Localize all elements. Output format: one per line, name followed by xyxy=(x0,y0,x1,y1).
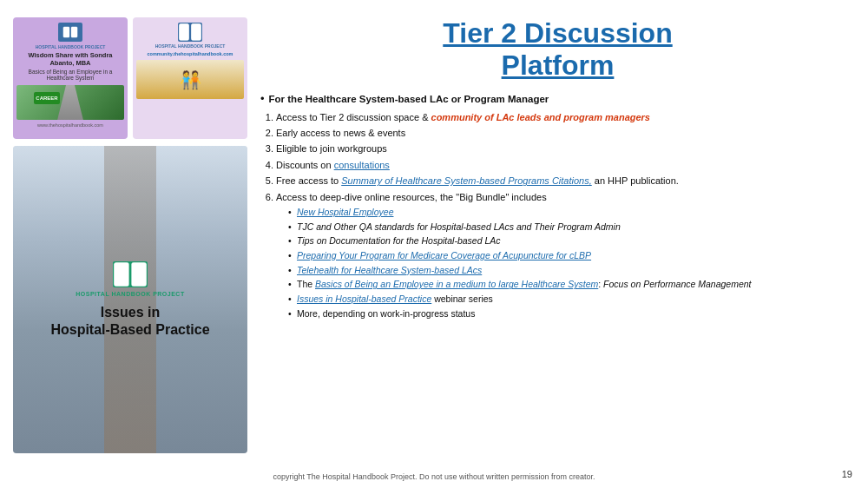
footer-text: copyright The Hospital Handbook Project.… xyxy=(273,472,595,481)
summary-link[interactable]: Summary of Healthcare System-based Progr… xyxy=(341,175,592,186)
main-bullet-text: For the Healthcare System-based LAc or P… xyxy=(269,92,549,106)
bottom-card-title: Issues in Hospital-Based Practice xyxy=(50,304,209,337)
card-community: HOSPITAL HANDBOOK PROJECT community.theh… xyxy=(133,17,247,139)
list-item: Eligible to join workgroups xyxy=(276,142,855,155)
sub-bullet-item: Tips on Documentation for the Hospital-b… xyxy=(288,234,855,247)
bullet-dot: • xyxy=(260,92,265,106)
sub-bullet-item: Preparing Your Program for Medicare Cove… xyxy=(288,249,855,262)
bottom-card-content: HOSPITAL HANDBOOK PROJECT Issues in Hosp… xyxy=(50,261,209,337)
hhp-label: HOSPITAL HANDBOOK PROJECT xyxy=(76,291,184,297)
card-wisdom: HOSPITAL HANDBOOK PROJECT Wisdom Share w… xyxy=(13,17,128,139)
footer: copyright The Hospital Handbook Project.… xyxy=(0,472,868,481)
left-panel: HOSPITAL HANDBOOK PROJECT Wisdom Share w… xyxy=(13,17,247,453)
svg-rect-6 xyxy=(115,263,129,287)
list-item: Access to deep-dive online resources, th… xyxy=(276,191,855,320)
list-item: Access to Tier 2 discussion space & comm… xyxy=(276,111,855,124)
wisdom-card-subtitle: Basics of Being an Employee in a Healthc… xyxy=(16,69,124,81)
consultations-link[interactable]: consultations xyxy=(334,160,390,170)
sub-bullet-item: Telehealth for Healthcare System-based L… xyxy=(288,264,855,277)
basics-link[interactable]: Basics of Being an Employee in a medium … xyxy=(315,279,598,289)
wisdom-website-url: www.thehospitalhandbook.com xyxy=(37,122,103,128)
issues-link[interactable]: Issues in Hospital-based Practice xyxy=(297,293,431,304)
book-icon-community xyxy=(178,23,202,42)
sub-bullet-item: New Hospital Employee xyxy=(288,206,855,219)
sub-bullet-item: TJC and Other QA standards for Hospital-… xyxy=(288,221,855,234)
content-area: • For the Healthcare System-based LAc or… xyxy=(260,92,855,323)
sub-bullet-item: Issues in Hospital-based Practice webina… xyxy=(288,293,855,306)
svg-rect-1 xyxy=(71,27,77,37)
svg-rect-4 xyxy=(192,24,201,41)
sub-bullet-item: More, depending on work-in-progress stat… xyxy=(288,307,855,320)
telehealth-link[interactable]: Telehealth for Healthcare System-based L… xyxy=(297,265,482,275)
list-item: Early access to news & events xyxy=(276,127,855,140)
right-panel: Tier 2 Discussion Platform • For the Hea… xyxy=(256,17,855,453)
page-number: 19 xyxy=(842,469,852,479)
book-icon-wisdom xyxy=(58,23,82,42)
slide-container: HOSPITAL HANDBOOK PROJECT Wisdom Share w… xyxy=(0,0,868,488)
wisdom-card-title: Wisdom Share with Sondra Abanto, MBA xyxy=(16,51,124,67)
community-card-label: HOSPITAL HANDBOOK PROJECT xyxy=(155,43,226,49)
numbered-list: Access to Tier 2 discussion space & comm… xyxy=(260,111,855,320)
wisdom-road-image: CAREER xyxy=(16,85,124,120)
bottom-card: HOSPITAL HANDBOOK PROJECT Issues in Hosp… xyxy=(13,146,247,453)
svg-rect-7 xyxy=(132,263,147,287)
sub-bullet-item: The Basics of Being an Employee in a med… xyxy=(288,278,855,291)
medicare-link[interactable]: Preparing Your Program for Medicare Cove… xyxy=(297,250,591,260)
new-hospital-employee-link[interactable]: New Hospital Employee xyxy=(297,207,393,217)
sub-bullets-list: New Hospital Employee TJC and Other QA s… xyxy=(276,206,855,320)
book-icon-bottom xyxy=(113,261,148,287)
list-item: Free access to Summary of Healthcare Sys… xyxy=(276,175,855,188)
svg-rect-0 xyxy=(63,27,69,37)
svg-rect-3 xyxy=(180,24,189,41)
wisdom-card-label: HOSPITAL HANDBOOK PROJECT xyxy=(36,44,106,49)
highlighted-community-text: community of LAc leads and program manag… xyxy=(431,112,650,122)
community-url: community.thehospitalhandbook.com xyxy=(148,51,233,56)
main-bullet: • For the Healthcare System-based LAc or… xyxy=(260,92,855,106)
top-cards: HOSPITAL HANDBOOK PROJECT Wisdom Share w… xyxy=(13,17,247,139)
slide-title: Tier 2 Discussion Platform xyxy=(260,17,855,82)
community-figure-image xyxy=(136,60,244,99)
list-item: Discounts on consultations xyxy=(276,159,855,172)
